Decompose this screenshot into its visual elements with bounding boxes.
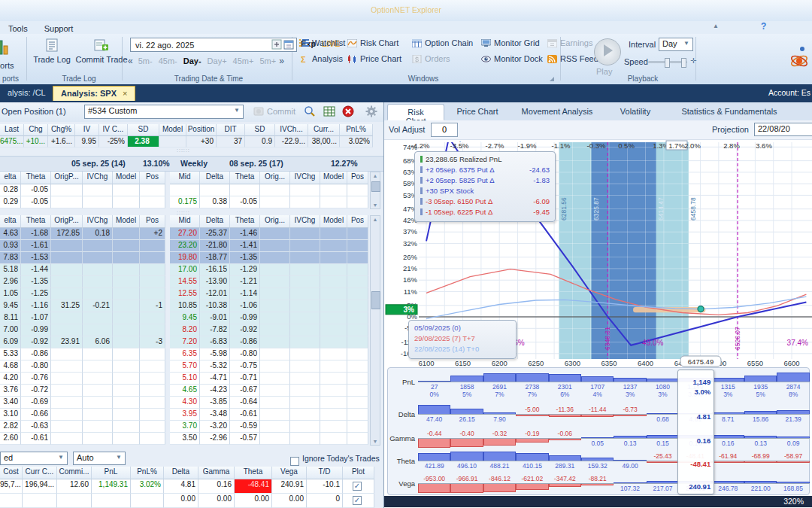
window-toggle-rss-feed[interactable]: RSS Feed bbox=[547, 54, 598, 65]
strategy-dropdown[interactable]: #534 Custom▼ bbox=[84, 105, 244, 119]
reports-button[interactable]: ports bbox=[0, 61, 14, 70]
option-row[interactable]: 5.18-1.44 bbox=[0, 264, 165, 276]
option-row[interactable]: 5.70-5.32-0.75 bbox=[170, 360, 368, 373]
calendar-picker-icon[interactable] bbox=[283, 39, 294, 53]
option-row[interactable]: 27.20-25.37-1.46 bbox=[170, 228, 368, 240]
option-row[interactable]: 7.20-6.83-0.86 bbox=[170, 336, 368, 348]
option-row[interactable]: 6.09-0.9223.916.06-3 bbox=[0, 336, 165, 348]
window-toggle-watchlist[interactable]: Watchlist bbox=[299, 38, 345, 49]
option-row[interactable]: 0.1750.38-0.05 bbox=[170, 196, 368, 208]
window-toggle-monitor-dock[interactable]: Monitor Dock bbox=[481, 54, 543, 65]
step-forward-icon[interactable]: » bbox=[279, 56, 284, 66]
option-row[interactable]: 10.85-10.38-1.06 bbox=[170, 300, 368, 312]
time-step-5mminus[interactable]: 5m- bbox=[138, 56, 153, 65]
option-row[interactable]: 9.45-9.01-0.99 bbox=[170, 312, 368, 324]
option-row[interactable]: 7.00-0.99 bbox=[0, 324, 165, 336]
time-step-Dayminus[interactable]: Day- bbox=[183, 56, 201, 65]
tab-analysis-cl[interactable]: alysis: /CL bbox=[0, 86, 53, 101]
ignore-trades-checkbox[interactable] bbox=[290, 454, 299, 467]
option-row[interactable]: 12.55-12.01-1.14 bbox=[170, 288, 368, 300]
option-row[interactable]: eltaThetaOrigP...IVChgModelPos bbox=[0, 172, 165, 184]
window-toggle-analysis[interactable]: ΣAnalysis bbox=[299, 54, 343, 65]
option-row[interactable]: 6.35-5.98-0.80 bbox=[170, 348, 368, 360]
option-row[interactable]: eltaThetaOrigP...IVChgModelPos bbox=[0, 215, 165, 228]
option-row[interactable]: 3.50-2.96-0.57 bbox=[170, 433, 368, 445]
option-row[interactable]: 4.68-0.80 bbox=[0, 360, 165, 373]
option-row[interactable]: 5.33-0.86 bbox=[0, 348, 165, 360]
option-row[interactable]: 14.55-13.90-1.21 bbox=[170, 276, 368, 288]
close-tab-icon[interactable]: × bbox=[123, 89, 127, 98]
trade-log-button[interactable]: Trade Log bbox=[30, 38, 74, 64]
option-row[interactable]: 5.10-4.71-0.71 bbox=[170, 373, 368, 385]
scroll-down-icon[interactable]: ▼ bbox=[371, 202, 380, 208]
option-row[interactable]: 0.29-0.05 bbox=[0, 196, 165, 208]
scrollbar-thumb[interactable] bbox=[371, 181, 380, 192]
window-toggle-price-chart[interactable]: Price Chart bbox=[347, 54, 401, 65]
option-row[interactable]: 4.20-0.76 bbox=[0, 373, 165, 385]
option-row[interactable]: 19.80-18.77-1.35 bbox=[170, 252, 368, 264]
tab-volatility[interactable]: Volatility bbox=[607, 104, 664, 120]
tab-analysis-spx[interactable]: Analysis: SPX× bbox=[53, 86, 135, 101]
option-row[interactable]: 2.60-0.61 bbox=[0, 433, 165, 445]
tab-movement-analysis[interactable]: Movement Analysis bbox=[511, 104, 604, 120]
option-row[interactable]: 2.82-0.63 bbox=[0, 421, 165, 433]
option-row[interactable] bbox=[170, 184, 368, 196]
menu-item-support[interactable]: Support bbox=[36, 23, 82, 33]
option-row[interactable]: 7.83-1.53 bbox=[0, 252, 165, 264]
reports-icon[interactable] bbox=[0, 38, 9, 58]
windows-dialog-launcher-icon[interactable] bbox=[550, 77, 554, 81]
scroll-up-icon[interactable]: ▲ bbox=[371, 173, 380, 178]
filter-dropdown-auto[interactable]: Auto▼ bbox=[73, 452, 126, 465]
scroll-down-icon[interactable]: ▼ bbox=[371, 439, 380, 444]
option-row[interactable]: 4.65-4.23-0.67 bbox=[170, 385, 368, 397]
option-row[interactable]: 3.10-0.66 bbox=[0, 409, 165, 421]
option-row[interactable]: 17.00-16.15-1.29 bbox=[170, 264, 368, 276]
option-row[interactable]: 3.76-0.72 bbox=[0, 385, 165, 397]
settings-gear-icon[interactable] bbox=[365, 105, 379, 119]
speed-slider-handle2[interactable] bbox=[681, 58, 686, 68]
time-picker-icon[interactable] bbox=[271, 39, 282, 53]
speed-slider[interactable] bbox=[648, 61, 687, 63]
tab-price-chart[interactable]: Price Chart bbox=[447, 104, 508, 120]
option-row[interactable]: 0.93-1.61 bbox=[0, 240, 165, 252]
splitter-handle[interactable]: :::::: bbox=[177, 210, 190, 215]
plot-checkbox[interactable]: ✓ bbox=[353, 482, 362, 491]
option-row[interactable]: 8.11-1.07 bbox=[0, 312, 165, 324]
option-row[interactable]: 23.20-21.80-1.41 bbox=[170, 240, 368, 252]
option-row[interactable]: 3.70-3.20-0.59 bbox=[170, 421, 368, 433]
step-back-icon[interactable]: « bbox=[128, 56, 133, 66]
option-row[interactable]: 3.95-3.48-0.61 bbox=[170, 409, 368, 421]
window-toggle-option-chain[interactable]: Option Chain bbox=[412, 38, 473, 49]
search-icon[interactable] bbox=[304, 105, 317, 119]
time-step-45mminus[interactable]: 45m- bbox=[159, 56, 177, 65]
risk-chart[interactable]: 6281.566325.876414.476458.786348.316526.… bbox=[384, 139, 812, 368]
filter-dropdown-1[interactable]: ed▼ bbox=[0, 452, 68, 465]
option-row[interactable]: MidDeltaThetaOrig...IVChgModelPos bbox=[170, 215, 368, 228]
commit-trade-button[interactable]: Commit Trade bbox=[75, 38, 128, 64]
window-toggle-monitor-grid[interactable]: Monitor Grid bbox=[481, 38, 540, 49]
option-row[interactable]: 2.96-1.35 bbox=[0, 276, 165, 288]
scrollbar-thumb[interactable] bbox=[371, 291, 380, 309]
vol-adjust-spinner[interactable]: 0 bbox=[431, 123, 458, 137]
option-row[interactable]: 3.40-0.69 bbox=[0, 397, 165, 409]
option-row[interactable]: 4.63-1.68172.850.18+2 bbox=[0, 228, 165, 240]
trading-date-input[interactable]: vi. 22 ago. 2025 bbox=[130, 38, 297, 52]
tab-statistics-fundamentals[interactable]: Statistics & Fundamentals bbox=[667, 104, 792, 120]
vertical-scrollbar[interactable]: ▲ ▼ bbox=[370, 215, 380, 446]
speed-plus-icon[interactable]: ✛ bbox=[690, 56, 696, 65]
export-grid-icon[interactable] bbox=[323, 105, 337, 119]
menu-item-tools[interactable]: Tools bbox=[0, 23, 36, 33]
time-step-5mplus[interactable]: 5m+ bbox=[259, 56, 276, 65]
option-row[interactable]: 9.45-1.1631.25-0.21-1 bbox=[0, 300, 165, 312]
expiry-header-row[interactable]: 05 sep. 25 (14) 13.10% Weekly 08 sep. 25… bbox=[0, 156, 383, 172]
tab-risk-chart[interactable]: Risk Chart bbox=[387, 104, 444, 120]
option-row[interactable]: 1.05-1.25 bbox=[0, 288, 165, 300]
vertical-scrollbar[interactable]: ▲ ▼ bbox=[370, 172, 380, 209]
option-row[interactable]: 8.20-7.82-0.92 bbox=[170, 324, 368, 336]
speed-slider-handle[interactable] bbox=[665, 58, 670, 68]
window-toggle-risk-chart[interactable]: Risk Chart bbox=[347, 38, 398, 49]
splitter-handle[interactable]: :::::: bbox=[177, 148, 190, 153]
delete-position-icon[interactable] bbox=[342, 105, 356, 119]
option-row[interactable]: 0.28-0.05 bbox=[0, 184, 165, 196]
projection-date-input[interactable]: 22/08/20 bbox=[754, 123, 812, 136]
